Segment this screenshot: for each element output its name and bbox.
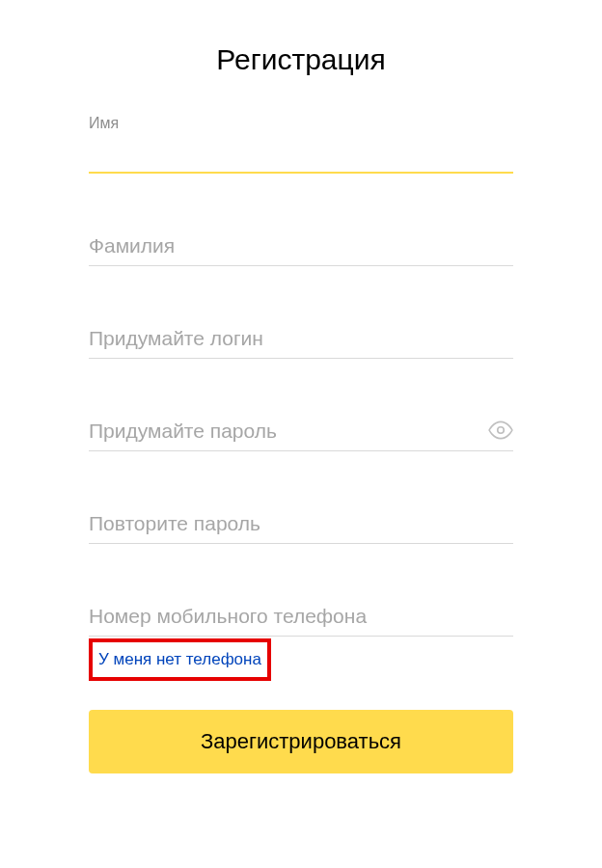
password-input[interactable] xyxy=(89,412,513,451)
password-field-group xyxy=(89,412,513,451)
page-title: Регистрация xyxy=(89,43,513,76)
firstname-label: Имя xyxy=(89,115,513,132)
phone-input[interactable] xyxy=(89,597,513,637)
no-phone-link[interactable]: У меня нет телефона xyxy=(89,638,271,681)
submit-button[interactable]: Зарегистрироваться xyxy=(89,710,513,773)
firstname-input[interactable] xyxy=(89,140,513,174)
password-wrapper xyxy=(89,412,513,451)
lastname-input[interactable] xyxy=(89,227,513,266)
password-confirm-field-group xyxy=(89,504,513,544)
eye-icon[interactable] xyxy=(488,418,513,447)
phone-field-group xyxy=(89,597,513,637)
login-input[interactable] xyxy=(89,319,513,359)
password-confirm-input[interactable] xyxy=(89,504,513,544)
firstname-field-group: Имя xyxy=(89,115,513,174)
login-field-group xyxy=(89,319,513,359)
svg-point-0 xyxy=(498,426,505,433)
lastname-field-group xyxy=(89,227,513,266)
registration-form: Регистрация Имя У меня нет телефона Заре… xyxy=(89,43,513,773)
